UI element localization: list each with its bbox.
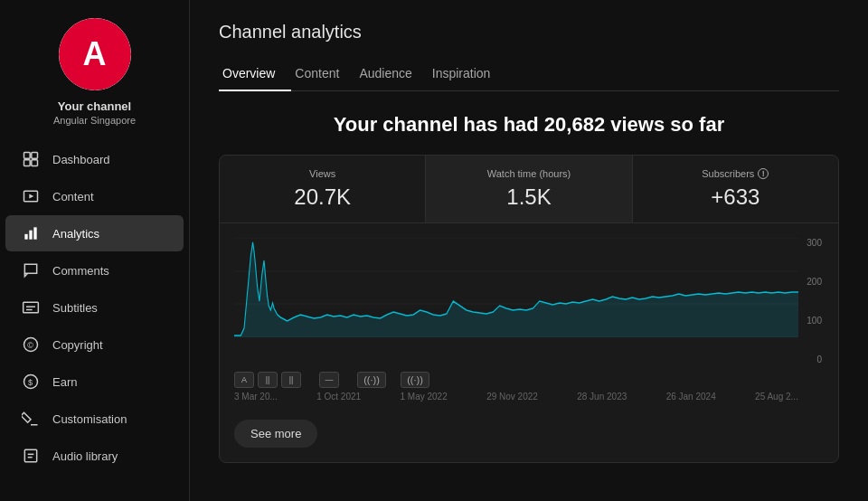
customisation-icon — [22, 410, 40, 428]
sidebar-item-earn[interactable]: $ Earn — [5, 364, 184, 400]
audio-library-label: Audio library — [52, 449, 118, 463]
y-label-100: 100 — [807, 316, 822, 326]
stat-watchtime: Watch time (hours) 1.5K — [426, 156, 632, 222]
comments-label: Comments — [52, 264, 109, 278]
svg-rect-8 — [33, 227, 36, 239]
x-date-3: 29 Nov 2022 — [486, 392, 538, 402]
svg-rect-9 — [24, 302, 39, 313]
copyright-label: Copyright — [52, 338, 103, 352]
nav-list: Dashboard Content Analytics — [0, 140, 189, 475]
chart-container: 300 200 100 0 — [234, 238, 824, 364]
svg-rect-1 — [32, 153, 38, 159]
sidebar-item-audio-library[interactable]: Audio library — [5, 438, 184, 474]
dashboard-label: Dashboard — [52, 153, 110, 166]
x-date-2: 1 May 2022 — [400, 392, 447, 402]
analytics-label: Analytics — [52, 227, 99, 241]
stats-card: Views 20.7K Watch time (hours) 1.5K Subs… — [219, 155, 839, 463]
channel-subtitle: Angular Singapore — [53, 115, 136, 126]
content-label: Content — [52, 190, 94, 203]
sidebar-item-customisation[interactable]: Customisation — [5, 401, 184, 437]
svg-rect-0 — [24, 153, 31, 159]
see-more-button[interactable]: See more — [234, 420, 317, 448]
chart-area: 300 200 100 0 — [220, 223, 838, 412]
stat-subscribers-label: Subscribers ! — [651, 168, 820, 179]
stat-views: Views 20.7K — [220, 156, 426, 222]
y-label-200: 200 — [807, 277, 822, 287]
tab-content[interactable]: Content — [291, 59, 355, 91]
sidebar: A Your channel Angular Singapore Dashboa… — [0, 0, 190, 501]
svg-rect-7 — [29, 231, 32, 240]
filter-btn-2[interactable]: || — [281, 372, 301, 388]
earn-icon: $ — [22, 373, 40, 391]
tabs-row: Overview Content Audience Inspiration — [219, 59, 839, 91]
sidebar-item-comments[interactable]: Comments — [5, 252, 184, 288]
svg-rect-6 — [24, 234, 27, 240]
channel-name: Your channel — [58, 99, 131, 113]
sidebar-item-copyright[interactable]: © Copyright — [5, 326, 184, 363]
channel-avatar: A — [59, 18, 131, 90]
analytics-icon — [22, 224, 40, 242]
sidebar-item-analytics[interactable]: Analytics — [5, 215, 184, 251]
stat-views-label: Views — [238, 168, 407, 179]
tab-overview[interactable]: Overview — [219, 59, 291, 91]
avatar-angular-logo: A — [59, 18, 131, 90]
sidebar-item-content[interactable]: Content — [5, 178, 184, 214]
stat-subscribers-value: +633 — [651, 184, 820, 210]
x-date-6: 25 Aug 2... — [755, 392, 798, 402]
filter-btn-wave2[interactable]: ((·)) — [401, 372, 429, 388]
chart-svg — [234, 238, 798, 337]
content-icon — [22, 187, 40, 205]
filter-btn-3[interactable]: — — [319, 372, 339, 388]
chart-filter-row: A || || — ((·)) ((·)) — [234, 372, 824, 388]
comments-icon — [22, 261, 40, 279]
page-title: Channel analytics — [219, 22, 839, 43]
svg-text:©: © — [27, 341, 33, 350]
stat-watchtime-label: Watch time (hours) — [444, 168, 613, 179]
chart-x-dates: 3 Mar 20... 1 Oct 2021 1 May 2022 29 Nov… — [234, 392, 824, 402]
stat-subscribers: Subscribers ! +633 — [633, 156, 838, 222]
stats-row: Views 20.7K Watch time (hours) 1.5K Subs… — [220, 156, 838, 223]
sidebar-item-subtitles[interactable]: Subtitles — [5, 289, 184, 326]
svg-rect-2 — [24, 160, 31, 166]
customisation-label: Customisation — [52, 412, 127, 426]
stat-watchtime-value: 1.5K — [444, 184, 613, 210]
svg-marker-23 — [234, 242, 798, 337]
audio-library-icon — [22, 447, 40, 465]
x-date-1: 1 Oct 2021 — [316, 392, 361, 402]
tab-inspiration[interactable]: Inspiration — [429, 59, 507, 91]
y-label-0: 0 — [807, 354, 822, 364]
svg-rect-3 — [32, 160, 38, 166]
x-date-0: 3 Mar 20... — [234, 392, 278, 402]
stat-views-value: 20.7K — [238, 184, 407, 210]
earn-label: Earn — [52, 375, 77, 389]
svg-rect-16 — [24, 449, 36, 461]
filter-btn-1[interactable]: || — [258, 372, 278, 388]
warn-icon: ! — [758, 168, 769, 179]
filter-btn-a[interactable]: A — [234, 372, 254, 388]
subtitles-label: Subtitles — [52, 301, 98, 315]
main-content: Channel analytics Overview Content Audie… — [190, 0, 868, 501]
svg-marker-5 — [29, 194, 33, 199]
sidebar-item-dashboard[interactable]: Dashboard — [5, 141, 184, 177]
x-date-4: 28 Jun 2023 — [577, 392, 627, 402]
subtitles-icon — [22, 298, 40, 317]
x-date-5: 26 Jan 2024 — [666, 392, 716, 402]
chart-y-labels: 300 200 100 0 — [807, 238, 824, 364]
dashboard-icon — [22, 150, 40, 168]
svg-text:$: $ — [28, 378, 33, 387]
copyright-icon: © — [22, 336, 40, 354]
tab-audience[interactable]: Audience — [355, 59, 428, 91]
filter-btn-wave1[interactable]: ((·)) — [357, 372, 386, 388]
views-headline: Your channel has had 20,682 views so far — [219, 113, 839, 137]
y-label-300: 300 — [807, 238, 822, 248]
